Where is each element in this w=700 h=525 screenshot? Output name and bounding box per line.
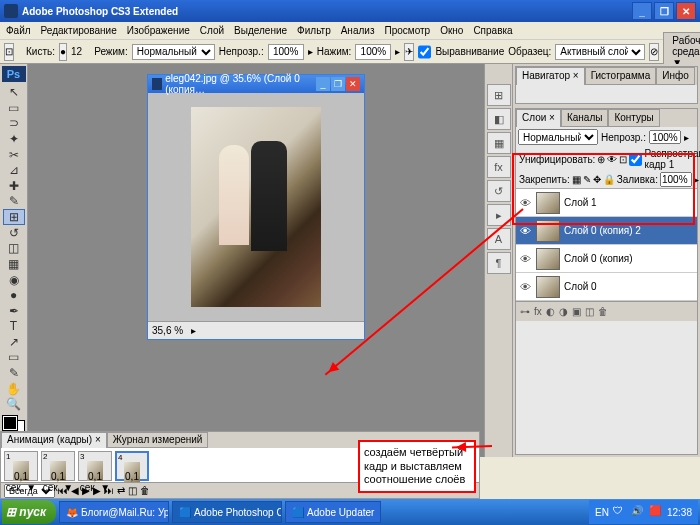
unify-visibility-icon[interactable]: 👁 xyxy=(607,154,617,165)
layer-opacity-input[interactable] xyxy=(649,130,681,144)
menu-view[interactable]: Просмотр xyxy=(384,25,430,36)
dock-color-icon[interactable]: ◧ xyxy=(487,108,511,130)
tray-icon[interactable]: 🔊 xyxy=(631,505,645,519)
fill-caret-icon[interactable]: ▸ xyxy=(694,174,699,185)
dodge-tool-icon[interactable]: ● xyxy=(3,287,25,303)
menu-help[interactable]: Справка xyxy=(473,25,512,36)
minimize-button[interactable]: _ xyxy=(632,2,652,20)
new-layer-icon[interactable]: ◫ xyxy=(585,306,594,317)
shape-tool-icon[interactable]: ▭ xyxy=(3,350,25,366)
lock-position-icon[interactable]: ✥ xyxy=(593,174,601,185)
eraser-tool-icon[interactable]: ◫ xyxy=(3,241,25,257)
wand-tool-icon[interactable]: ✦ xyxy=(3,131,25,147)
zoom-tool-icon[interactable]: 🔍 xyxy=(3,396,25,412)
dock-history-icon[interactable]: ↺ xyxy=(487,180,511,202)
start-button[interactable]: ⊞ пуск xyxy=(2,500,56,524)
frame-delay[interactable]: 0,1 xyxy=(115,471,149,493)
lock-pixels-icon[interactable]: ✎ xyxy=(583,174,591,185)
link-layers-icon[interactable]: ⊶ xyxy=(520,306,530,317)
taskbar-item[interactable]: 🦊 Блоги@Mail.Ru: Уро… xyxy=(59,501,169,523)
document-window[interactable]: eleg042.jpg @ 35.6% (Слой 0 (копия… _ ❐ … xyxy=(147,74,365,340)
clock[interactable]: 12:38 xyxy=(667,507,692,518)
align-checkbox[interactable] xyxy=(418,44,431,60)
marquee-tool-icon[interactable]: ▭ xyxy=(3,100,25,116)
lock-trans-icon[interactable]: ▦ xyxy=(572,174,581,185)
flow-arrow-icon[interactable]: ▸ xyxy=(395,46,400,57)
tab-info[interactable]: Инфо xyxy=(656,67,695,85)
visibility-icon[interactable]: 👁 xyxy=(518,224,532,238)
menu-filter[interactable]: Фильтр xyxy=(297,25,331,36)
menu-analysis[interactable]: Анализ xyxy=(341,25,375,36)
maximize-button[interactable]: ❐ xyxy=(654,2,674,20)
hand-tool-icon[interactable]: ✋ xyxy=(3,381,25,397)
lang-indicator[interactable]: EN xyxy=(595,507,609,518)
mode-select[interactable]: Нормальный xyxy=(132,44,215,60)
dock-paragraph-icon[interactable]: ¶ xyxy=(487,252,511,274)
tray-icon[interactable]: 🟥 xyxy=(649,505,663,519)
blend-mode-select[interactable]: Нормальный xyxy=(518,129,598,145)
flow-input[interactable] xyxy=(355,44,391,60)
brush-tool-icon[interactable]: ✎ xyxy=(3,193,25,209)
tab-layers[interactable]: Слои × xyxy=(516,109,561,127)
layer-mask-icon[interactable]: ◐ xyxy=(546,306,555,317)
layer-row[interactable]: 👁 Слой 0 xyxy=(516,273,697,301)
document-titlebar[interactable]: eleg042.jpg @ 35.6% (Слой 0 (копия… _ ❐ … xyxy=(148,75,364,93)
brush-preview[interactable]: ● xyxy=(59,43,67,61)
eyedropper-icon[interactable]: ✎ xyxy=(3,365,25,381)
menu-file[interactable]: Файл xyxy=(6,25,31,36)
adjustment-layer-icon[interactable]: ◑ xyxy=(559,306,568,317)
blur-tool-icon[interactable]: ◉ xyxy=(3,272,25,288)
taskbar-item[interactable]: 🟦 Adobe Updater xyxy=(285,501,381,523)
sample-select[interactable]: Активный слой xyxy=(555,44,645,60)
menu-edit[interactable]: Редактирование xyxy=(41,25,117,36)
lasso-tool-icon[interactable]: ⊃ xyxy=(3,116,25,132)
history-brush-icon[interactable]: ↺ xyxy=(3,225,25,241)
pen-tool-icon[interactable]: ✒ xyxy=(3,303,25,319)
frame-delay[interactable]: 0,1 сек. ▼ xyxy=(41,471,75,493)
tab-animation[interactable]: Анимация (кадры) × xyxy=(1,432,107,448)
menu-window[interactable]: Окно xyxy=(440,25,463,36)
tab-measurement[interactable]: Журнал измерений xyxy=(107,432,209,448)
fill-input[interactable] xyxy=(660,172,692,187)
tool-preset-icon[interactable]: ⊡ xyxy=(4,43,14,61)
stamp-tool-icon[interactable]: ⊞ xyxy=(3,209,25,225)
taskbar-item[interactable]: 🟦 Adobe Photoshop CS… xyxy=(172,501,282,523)
close-button[interactable]: ✕ xyxy=(676,2,696,20)
doc-minimize-button[interactable]: _ xyxy=(316,77,330,91)
canvas[interactable] xyxy=(148,93,364,321)
crop-tool-icon[interactable]: ✂ xyxy=(3,147,25,163)
move-tool-icon[interactable]: ↖ xyxy=(3,84,25,100)
gradient-tool-icon[interactable]: ▦ xyxy=(3,256,25,272)
tab-histogram[interactable]: Гистограмма xyxy=(585,67,657,85)
visibility-icon[interactable]: 👁 xyxy=(518,252,532,266)
sample-ignore-icon[interactable]: ⊘ xyxy=(649,43,659,61)
opacity-input[interactable] xyxy=(268,44,304,60)
visibility-icon[interactable]: 👁 xyxy=(518,196,532,210)
menu-select[interactable]: Выделение xyxy=(234,25,287,36)
zoom-level[interactable]: 35,6 % xyxy=(152,325,183,336)
airbrush-icon[interactable]: ✈ xyxy=(404,43,414,61)
propagate-checkbox[interactable] xyxy=(629,153,642,166)
menu-image[interactable]: Изображение xyxy=(127,25,190,36)
status-arrow-icon[interactable]: ▸ xyxy=(191,325,196,336)
menu-layer[interactable]: Слой xyxy=(200,25,224,36)
frame-delay[interactable]: 0,1 сек. ▼ xyxy=(4,471,38,493)
type-tool-icon[interactable]: T xyxy=(3,319,25,335)
tray-icon[interactable]: 🛡 xyxy=(613,505,627,519)
frame-delay[interactable]: 0,1 сек. ▼ xyxy=(78,471,112,493)
layer-name[interactable]: Слой 1 xyxy=(564,197,597,208)
lock-all-icon[interactable]: 🔒 xyxy=(603,174,615,185)
visibility-icon[interactable]: 👁 xyxy=(518,280,532,294)
layer-row[interactable]: 👁 Слой 1 xyxy=(516,189,697,217)
dock-styles-icon[interactable]: fx xyxy=(487,156,511,178)
layer-name[interactable]: Слой 0 (копия) xyxy=(564,253,633,264)
slice-tool-icon[interactable]: ⊿ xyxy=(3,162,25,178)
tab-channels[interactable]: Каналы xyxy=(561,109,609,127)
doc-close-button[interactable]: ✕ xyxy=(346,77,360,91)
opacity-arrow-icon[interactable]: ▸ xyxy=(308,46,313,57)
layer-name[interactable]: Слой 0 xyxy=(564,281,597,292)
tab-navigator[interactable]: Навигатор × xyxy=(516,67,585,85)
layer-group-icon[interactable]: ▣ xyxy=(572,306,581,317)
dock-character-icon[interactable]: A xyxy=(487,228,511,250)
dock-navigator-icon[interactable]: ⊞ xyxy=(487,84,511,106)
